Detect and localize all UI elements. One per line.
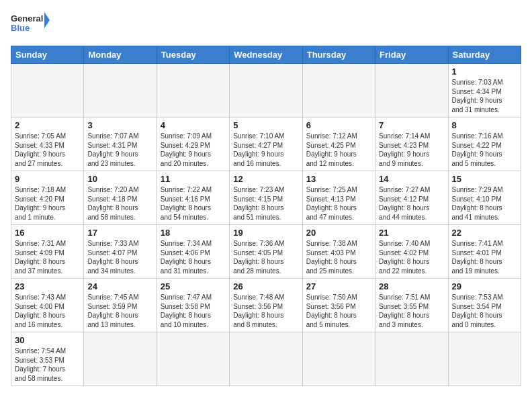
day-info: Sunrise: 7:36 AM Sunset: 4:05 PM Dayligh… xyxy=(233,239,298,275)
day-number: 4 xyxy=(161,120,226,130)
day-info: Sunrise: 7:47 AM Sunset: 3:58 PM Dayligh… xyxy=(161,293,226,329)
day-info: Sunrise: 7:22 AM Sunset: 4:16 PM Dayligh… xyxy=(161,185,226,222)
day-number: 25 xyxy=(161,281,226,291)
day-info: Sunrise: 7:23 AM Sunset: 4:15 PM Dayligh… xyxy=(233,185,298,222)
calendar-cell xyxy=(448,332,521,386)
day-number: 19 xyxy=(233,228,298,238)
calendar-cell: 20Sunrise: 7:38 AM Sunset: 4:03 PM Dayli… xyxy=(302,225,375,279)
col-header-tuesday: Tuesday xyxy=(157,46,229,64)
calendar-cell: 2Sunrise: 7:05 AM Sunset: 4:33 PM Daylig… xyxy=(11,118,84,171)
day-info: Sunrise: 7:03 AM Sunset: 4:34 PM Dayligh… xyxy=(452,78,517,114)
day-number: 13 xyxy=(306,174,371,184)
calendar-cell: 17Sunrise: 7:33 AM Sunset: 4:07 PM Dayli… xyxy=(84,225,157,279)
day-number: 22 xyxy=(452,228,517,238)
day-number: 12 xyxy=(233,174,298,184)
calendar-cell: 11Sunrise: 7:22 AM Sunset: 4:16 PM Dayli… xyxy=(157,171,229,225)
svg-text:Blue: Blue xyxy=(11,23,30,33)
calendar-week-row: 2Sunrise: 7:05 AM Sunset: 4:33 PM Daylig… xyxy=(11,118,521,171)
day-number: 5 xyxy=(233,120,298,130)
day-info: Sunrise: 7:05 AM Sunset: 4:33 PM Dayligh… xyxy=(15,132,80,168)
calendar-cell: 3Sunrise: 7:07 AM Sunset: 4:31 PM Daylig… xyxy=(84,118,157,171)
day-number: 17 xyxy=(87,228,152,238)
calendar-cell xyxy=(230,64,302,118)
calendar-cell: 7Sunrise: 7:14 AM Sunset: 4:23 PM Daylig… xyxy=(375,118,448,171)
col-header-monday: Monday xyxy=(84,46,157,64)
calendar-cell xyxy=(375,64,448,118)
day-number: 11 xyxy=(161,174,226,184)
day-info: Sunrise: 7:09 AM Sunset: 4:29 PM Dayligh… xyxy=(161,132,226,168)
day-number: 20 xyxy=(306,228,371,238)
day-info: Sunrise: 7:33 AM Sunset: 4:07 PM Dayligh… xyxy=(87,239,152,275)
calendar-cell: 19Sunrise: 7:36 AM Sunset: 4:05 PM Dayli… xyxy=(230,225,302,279)
calendar-week-row: 23Sunrise: 7:43 AM Sunset: 4:00 PM Dayli… xyxy=(11,279,521,332)
col-header-sunday: Sunday xyxy=(11,46,84,64)
day-number: 28 xyxy=(379,281,444,291)
day-number: 16 xyxy=(15,228,80,238)
day-number: 18 xyxy=(161,228,226,238)
day-info: Sunrise: 7:20 AM Sunset: 4:18 PM Dayligh… xyxy=(87,185,152,222)
calendar-cell xyxy=(84,332,157,386)
calendar-cell: 23Sunrise: 7:43 AM Sunset: 4:00 PM Dayli… xyxy=(11,279,84,332)
svg-marker-2 xyxy=(44,12,50,28)
day-number: 23 xyxy=(15,281,80,291)
calendar-cell xyxy=(302,332,375,386)
calendar-cell: 27Sunrise: 7:50 AM Sunset: 3:56 PM Dayli… xyxy=(302,279,375,332)
day-info: Sunrise: 7:51 AM Sunset: 3:55 PM Dayligh… xyxy=(379,293,444,329)
calendar-cell: 8Sunrise: 7:16 AM Sunset: 4:22 PM Daylig… xyxy=(448,118,521,171)
day-info: Sunrise: 7:34 AM Sunset: 4:06 PM Dayligh… xyxy=(161,239,226,275)
calendar-cell xyxy=(11,64,84,118)
calendar-cell: 15Sunrise: 7:29 AM Sunset: 4:10 PM Dayli… xyxy=(448,171,521,225)
day-info: Sunrise: 7:54 AM Sunset: 3:53 PM Dayligh… xyxy=(15,347,80,383)
day-info: Sunrise: 7:12 AM Sunset: 4:25 PM Dayligh… xyxy=(306,132,371,168)
day-number: 9 xyxy=(15,174,80,184)
logo: General Blue xyxy=(11,11,51,40)
col-header-saturday: Saturday xyxy=(448,46,521,64)
calendar-cell: 28Sunrise: 7:51 AM Sunset: 3:55 PM Dayli… xyxy=(375,279,448,332)
calendar-cell: 16Sunrise: 7:31 AM Sunset: 4:09 PM Dayli… xyxy=(11,225,84,279)
calendar-cell: 18Sunrise: 7:34 AM Sunset: 4:06 PM Dayli… xyxy=(157,225,229,279)
day-info: Sunrise: 7:18 AM Sunset: 4:20 PM Dayligh… xyxy=(15,185,80,222)
calendar-cell: 6Sunrise: 7:12 AM Sunset: 4:25 PM Daylig… xyxy=(302,118,375,171)
generalblue-logo: General Blue xyxy=(11,11,51,40)
day-number: 7 xyxy=(379,120,444,130)
calendar-cell: 25Sunrise: 7:47 AM Sunset: 3:58 PM Dayli… xyxy=(157,279,229,332)
calendar-week-row: 1Sunrise: 7:03 AM Sunset: 4:34 PM Daylig… xyxy=(11,64,521,118)
day-number: 30 xyxy=(15,335,80,345)
calendar-cell xyxy=(375,332,448,386)
day-number: 29 xyxy=(452,281,517,291)
day-number: 26 xyxy=(233,281,298,291)
day-number: 10 xyxy=(87,174,152,184)
calendar-cell: 21Sunrise: 7:40 AM Sunset: 4:02 PM Dayli… xyxy=(375,225,448,279)
day-info: Sunrise: 7:10 AM Sunset: 4:27 PM Dayligh… xyxy=(233,132,298,168)
calendar-cell: 13Sunrise: 7:25 AM Sunset: 4:13 PM Dayli… xyxy=(302,171,375,225)
calendar-cell xyxy=(230,332,302,386)
day-info: Sunrise: 7:29 AM Sunset: 4:10 PM Dayligh… xyxy=(452,185,517,222)
day-info: Sunrise: 7:48 AM Sunset: 3:56 PM Dayligh… xyxy=(233,293,298,329)
calendar-cell: 10Sunrise: 7:20 AM Sunset: 4:18 PM Dayli… xyxy=(84,171,157,225)
calendar-cell: 22Sunrise: 7:41 AM Sunset: 4:01 PM Dayli… xyxy=(448,225,521,279)
day-number: 15 xyxy=(452,174,517,184)
calendar-header-row: SundayMondayTuesdayWednesdayThursdayFrid… xyxy=(11,46,521,64)
calendar-cell: 12Sunrise: 7:23 AM Sunset: 4:15 PM Dayli… xyxy=(230,171,302,225)
day-info: Sunrise: 7:31 AM Sunset: 4:09 PM Dayligh… xyxy=(15,239,80,275)
calendar-cell: 14Sunrise: 7:27 AM Sunset: 4:12 PM Dayli… xyxy=(375,171,448,225)
day-info: Sunrise: 7:43 AM Sunset: 4:00 PM Dayligh… xyxy=(15,293,80,329)
calendar-cell xyxy=(157,64,229,118)
day-info: Sunrise: 7:40 AM Sunset: 4:02 PM Dayligh… xyxy=(379,239,444,275)
day-info: Sunrise: 7:27 AM Sunset: 4:12 PM Dayligh… xyxy=(379,185,444,222)
calendar-cell: 4Sunrise: 7:09 AM Sunset: 4:29 PM Daylig… xyxy=(157,118,229,171)
calendar-week-row: 30Sunrise: 7:54 AM Sunset: 3:53 PM Dayli… xyxy=(11,332,521,386)
calendar-cell: 1Sunrise: 7:03 AM Sunset: 4:34 PM Daylig… xyxy=(448,64,521,118)
day-number: 1 xyxy=(452,66,517,77)
calendar-cell xyxy=(157,332,229,386)
day-info: Sunrise: 7:16 AM Sunset: 4:22 PM Dayligh… xyxy=(452,132,517,168)
day-number: 6 xyxy=(306,120,371,130)
calendar-table: SundayMondayTuesdayWednesdayThursdayFrid… xyxy=(11,46,521,386)
calendar-cell xyxy=(302,64,375,118)
day-number: 27 xyxy=(306,281,371,291)
day-info: Sunrise: 7:38 AM Sunset: 4:03 PM Dayligh… xyxy=(306,239,371,275)
day-number: 3 xyxy=(87,120,152,130)
calendar-week-row: 16Sunrise: 7:31 AM Sunset: 4:09 PM Dayli… xyxy=(11,225,521,279)
day-info: Sunrise: 7:14 AM Sunset: 4:23 PM Dayligh… xyxy=(379,132,444,168)
calendar-week-row: 9Sunrise: 7:18 AM Sunset: 4:20 PM Daylig… xyxy=(11,171,521,225)
